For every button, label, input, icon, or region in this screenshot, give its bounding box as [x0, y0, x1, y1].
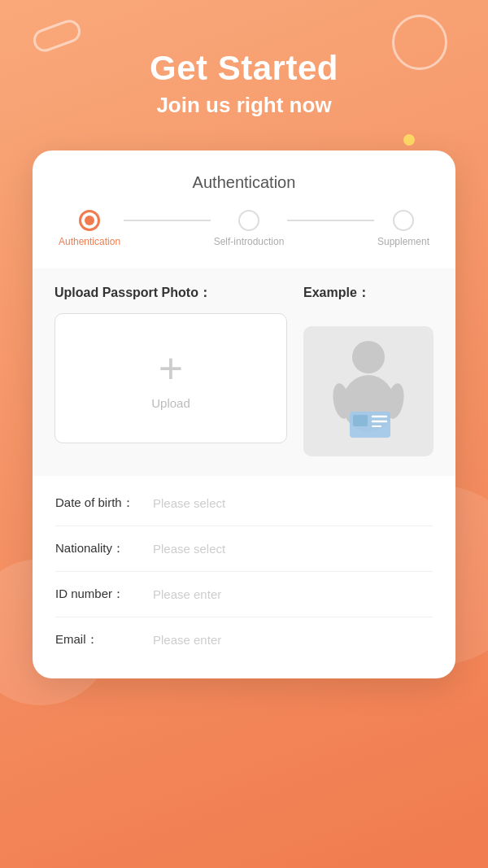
id-label: ID number： — [55, 587, 153, 602]
example-image — [303, 326, 434, 456]
step-line-2 — [287, 220, 374, 221]
form-section: Date of birth： Please select Nationality… — [33, 476, 455, 678]
upload-label: Upload Passport Photo： — [54, 285, 287, 302]
step-1: Authentication — [59, 210, 120, 247]
form-row-dob: Date of birth： Please select — [55, 481, 433, 526]
svg-point-0 — [352, 341, 385, 373]
step-circle-3 — [393, 210, 414, 231]
step-line-1 — [124, 220, 211, 221]
step-3: Supplement — [377, 210, 429, 247]
upload-section: Upload Passport Photo： + Upload Example： — [33, 268, 455, 476]
dob-value[interactable]: Please select — [153, 496, 433, 510]
upload-right: Example： — [303, 285, 434, 456]
form-row-id: ID number： Please enter — [55, 572, 433, 617]
upload-button-text: Upload — [151, 396, 190, 410]
id-value[interactable]: Please enter — [153, 587, 433, 601]
example-label: Example： — [303, 285, 434, 302]
svg-rect-5 — [353, 415, 368, 426]
step-circle-1 — [79, 210, 100, 231]
nationality-value[interactable]: Please select — [153, 542, 433, 556]
email-label: Email： — [55, 632, 153, 648]
form-row-nationality: Nationality： Please select — [55, 526, 433, 572]
dob-label: Date of birth： — [55, 495, 153, 511]
step-circle-2 — [238, 210, 259, 231]
step-label-1: Authentication — [59, 236, 120, 247]
background: Get Started Join us right now Authentica… — [0, 0, 488, 868]
upload-box[interactable]: + Upload — [54, 313, 287, 443]
page-title: Get Started — [0, 49, 488, 88]
card-header: Authentication Authentication Self-intro… — [33, 150, 455, 268]
card-title: Authentication — [59, 173, 429, 192]
page-subtitle: Join us right now — [0, 93, 488, 118]
plus-icon: + — [159, 347, 183, 390]
upload-left: Upload Passport Photo： + Upload — [54, 285, 287, 456]
form-row-email: Email： Please enter — [55, 617, 433, 662]
email-value[interactable]: Please enter — [153, 633, 433, 647]
steps-container: Authentication Self-introduction Supplem… — [59, 210, 429, 247]
person-illustration — [324, 334, 413, 448]
deco-dot — [403, 134, 415, 146]
header-section: Get Started Join us right now — [0, 0, 488, 118]
step-2: Self-introduction — [214, 210, 285, 247]
main-card: Authentication Authentication Self-intro… — [33, 150, 455, 678]
step-label-3: Supplement — [377, 236, 429, 247]
nationality-label: Nationality： — [55, 541, 153, 556]
step-label-2: Self-introduction — [214, 236, 285, 247]
